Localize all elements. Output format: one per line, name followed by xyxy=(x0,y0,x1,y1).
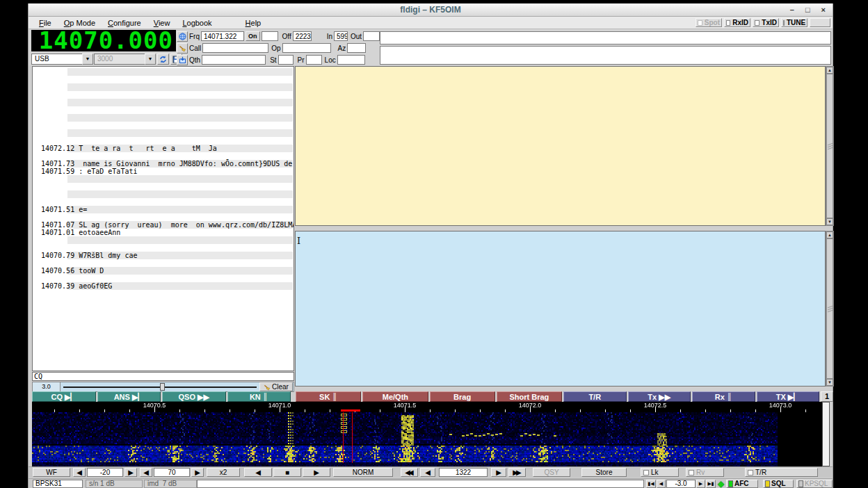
notes-field-2[interactable] xyxy=(380,46,831,65)
qth-label: Qth xyxy=(189,56,200,64)
offset-up-button[interactable]: ▶ xyxy=(696,480,705,488)
chevron-down-icon[interactable]: ▼ xyxy=(145,54,156,65)
st-field[interactable] xyxy=(278,55,294,65)
waterfall-display[interactable] xyxy=(32,412,821,466)
sync-icon[interactable] xyxy=(157,54,169,65)
signal-range-down-button[interactable]: ◀ xyxy=(140,468,152,477)
globe-icon[interactable] xyxy=(177,31,188,42)
signal-level-down-button[interactable]: ◀ xyxy=(73,468,86,477)
macro-ans-button[interactable]: ANS ▶▏ xyxy=(97,391,161,402)
clear-fields-icon[interactable] xyxy=(177,43,188,54)
macro-short-button[interactable]: Short Brag xyxy=(497,391,562,402)
import-icon[interactable] xyxy=(177,55,188,65)
notes-field-1[interactable] xyxy=(380,31,831,44)
menu-help[interactable]: Help xyxy=(239,18,268,28)
macro-cq-button[interactable]: CQ ▶▏ xyxy=(32,391,96,402)
clear-button[interactable]: Clear xyxy=(259,382,293,391)
squelch-slider[interactable] xyxy=(61,382,259,391)
blank-button[interactable] xyxy=(810,18,830,27)
frequency-display[interactable]: 14070.000 xyxy=(31,30,176,51)
az-field[interactable] xyxy=(347,43,366,53)
kpsql-toggle[interactable]: KPSQL xyxy=(796,480,833,488)
scroll-up-icon[interactable]: ▲ xyxy=(826,67,833,74)
macro-kn-button[interactable]: KN ║ xyxy=(227,391,291,402)
chevron-down-icon[interactable]: ▼ xyxy=(82,54,93,65)
wf-magnification-button[interactable]: x2 xyxy=(207,468,240,477)
mode-select[interactable]: USB ▼ xyxy=(31,54,93,65)
frequency-offset-field[interactable]: -3.0 xyxy=(666,480,696,488)
macro-rx-button[interactable]: Rx ║ xyxy=(692,391,755,402)
rst-in-field[interactable]: 599 xyxy=(334,31,348,41)
macro-sk-button[interactable]: SK ║ xyxy=(296,391,361,402)
scroll-down-icon[interactable]: ▼ xyxy=(826,379,833,386)
minimize-icon[interactable]: – xyxy=(790,6,794,14)
rst-out-field[interactable] xyxy=(363,31,380,41)
status-message-field[interactable] xyxy=(197,480,644,488)
sql-toggle[interactable]: SQL xyxy=(763,480,794,488)
off-time-field[interactable]: 2223 xyxy=(293,31,312,41)
call-field[interactable] xyxy=(202,43,268,53)
rxid-toggle[interactable]: RxID xyxy=(724,18,750,27)
carrier-up-button[interactable]: ▶ xyxy=(491,468,506,477)
macro-group-maroon: SK ║Me/QthBragShort Brag xyxy=(296,391,562,402)
transmit-receive-toggle[interactable]: T/R xyxy=(745,468,818,477)
tx-panel[interactable]: I xyxy=(295,231,826,387)
reverse-toggle[interactable]: Rv xyxy=(686,468,724,477)
frq-field[interactable]: 14071.322 xyxy=(201,31,244,41)
tx-panel-scrollbar[interactable]: ▲ ▼ xyxy=(826,231,834,387)
macro-t-r-button[interactable]: T/R xyxy=(563,391,627,402)
rx-panel-scrollbar[interactable]: ▲ ▼ xyxy=(826,66,834,226)
carrier-up-fast-button[interactable]: ▶▶ xyxy=(508,468,526,477)
carrier-down-fast-button[interactable]: ◀◀ xyxy=(401,468,418,477)
offset-max-button[interactable]: ▶▮ xyxy=(706,480,716,488)
carrier-down-button[interactable]: ◀ xyxy=(420,468,435,477)
tune-button[interactable]: TUNE xyxy=(781,18,807,27)
loc-field[interactable] xyxy=(337,55,365,65)
txid-toggle[interactable]: TxID xyxy=(753,18,779,27)
waterfall[interactable] xyxy=(32,402,830,466)
waterfall-slider[interactable] xyxy=(822,402,830,466)
signal-range-field[interactable]: 70 xyxy=(154,468,190,477)
store-button[interactable]: Store xyxy=(581,468,627,477)
wf-mode-button[interactable]: WF xyxy=(33,468,70,477)
on-time-button[interactable]: On xyxy=(246,31,260,41)
mode-status[interactable]: BPSK31 xyxy=(33,480,83,488)
offset-min-button[interactable]: ▮◀ xyxy=(646,480,656,488)
tx-entry-line[interactable]: CQ xyxy=(32,372,294,381)
rx-panel[interactable] xyxy=(295,66,826,226)
macro-brag-button[interactable]: Brag xyxy=(430,391,495,402)
close-icon[interactable]: × xyxy=(821,6,826,14)
wf-scroll-left-button[interactable]: ◀ xyxy=(244,468,272,477)
scroll-down-icon[interactable]: ▼ xyxy=(826,218,833,225)
pr-field[interactable] xyxy=(306,55,322,65)
macro-page-button[interactable]: 1 xyxy=(821,391,833,402)
slider-handle[interactable] xyxy=(160,383,165,391)
qsy-button[interactable]: QSY xyxy=(533,468,570,477)
wf-speed-button[interactable]: NORM xyxy=(333,468,393,477)
menu-logbook[interactable]: Logbook xyxy=(176,18,218,28)
signal-level-up-button[interactable]: ▶ xyxy=(124,468,137,477)
bandwidth-select[interactable]: 3000 ▼ xyxy=(94,54,156,65)
rx-text-pane[interactable]: 14072.12 T te a ra t rt e a tM Ja14071.7… xyxy=(32,66,294,371)
spot-toggle[interactable]: Spot xyxy=(696,18,722,27)
scroll-up-icon[interactable]: ▲ xyxy=(826,231,833,238)
macro-me-qth-button[interactable]: Me/Qth xyxy=(362,391,428,402)
afc-toggle[interactable]: AFC xyxy=(726,480,758,488)
signal-level-field[interactable]: -20 xyxy=(87,468,123,477)
macro-qso-button[interactable]: QSO ▶▶ xyxy=(162,391,226,402)
wf-center-button[interactable]: ■ xyxy=(273,468,301,477)
maximize-icon[interactable]: □ xyxy=(805,6,810,14)
titlebar[interactable]: fldigi – KF5OIM – □ × xyxy=(29,3,833,17)
signal-indicator[interactable]: ◆ xyxy=(716,480,725,488)
audio-carrier-field[interactable]: 1322 xyxy=(439,468,488,477)
qth-field[interactable] xyxy=(202,55,266,65)
offset-down-button[interactable]: ◀ xyxy=(657,480,666,488)
macro-tx-button[interactable]: TX ▶▏ xyxy=(757,391,820,402)
lock-toggle[interactable]: Lk xyxy=(641,468,679,477)
waterfall-scale[interactable] xyxy=(32,402,821,412)
wf-scroll-right-button[interactable]: ▶ xyxy=(303,468,330,477)
signal-range-up-button[interactable]: ▶ xyxy=(191,468,204,477)
op-field[interactable] xyxy=(282,43,331,53)
macro-tx-button[interactable]: Tx ▶▶ xyxy=(628,391,691,402)
on-time-field[interactable] xyxy=(262,31,278,41)
